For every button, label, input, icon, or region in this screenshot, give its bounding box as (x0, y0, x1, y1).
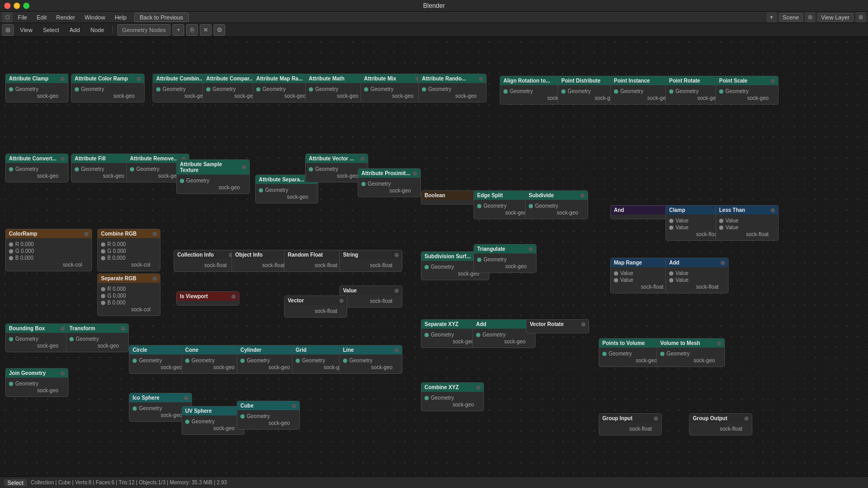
socket-out[interactable] (721, 285, 725, 289)
socket-out[interactable] (137, 94, 141, 98)
socket-out[interactable] (395, 299, 399, 303)
node-join_geometry[interactable]: Join GeometryGeometrysock-geo (5, 368, 68, 397)
node-vector_rotate[interactable]: Vector Rotate (526, 319, 589, 333)
node-cone_node[interactable]: ConeGeometrysock-geo (181, 345, 245, 374)
node-group_output[interactable]: Group Outputsock-float (689, 413, 752, 435)
node-header-combine_rgb[interactable]: Combine RGB (98, 229, 160, 238)
socket-in[interactable] (669, 226, 673, 230)
node-subdivide[interactable]: SubdivideGeometrysock-geo (525, 190, 588, 219)
node-combine_xyz[interactable]: Combine XYZGeometrysock-geo (421, 382, 484, 411)
node-header-line_node[interactable]: Line (340, 345, 402, 354)
view-menu[interactable]: View (16, 26, 37, 34)
node-header-separate_rgb[interactable]: Separate RGB (98, 274, 160, 283)
node-header-less_than[interactable]: Less Than (716, 206, 778, 215)
node-header-and_node[interactable]: And (611, 206, 673, 215)
node-collapse-string_node[interactable] (395, 253, 399, 257)
node-map_range[interactable]: Map RangeValueValuesock-float (610, 258, 673, 293)
engine-icon[interactable]: ▾ (766, 12, 777, 23)
socket-in[interactable] (75, 167, 79, 171)
socket-out[interactable] (84, 263, 88, 267)
socket-in[interactable] (256, 87, 260, 92)
socket-in[interactable] (660, 352, 664, 356)
socket-out[interactable] (744, 427, 749, 431)
node-attr_color_ramp[interactable]: Attribute Color RampGeometrysock-geo (71, 74, 145, 103)
socket-in[interactable] (669, 278, 673, 282)
scene-selector[interactable]: Scene (779, 13, 803, 22)
socket-out[interactable] (395, 365, 399, 370)
close-editor-icon[interactable]: ✕ (200, 24, 211, 36)
node-collapse-vector_rotate[interactable] (581, 322, 586, 327)
socket-in[interactable] (477, 204, 481, 208)
node-bounding_box[interactable]: Bounding BoxGeometrysock-geo (5, 323, 68, 352)
socket-in[interactable] (9, 249, 13, 253)
node-collapse-attr_random[interactable] (479, 77, 483, 81)
socket-in[interactable] (614, 271, 618, 276)
socket-in[interactable] (719, 219, 723, 223)
socket-in[interactable] (101, 256, 105, 260)
node-collapse-join_geometry[interactable] (60, 371, 65, 375)
node-collapse-volume_to_mesh[interactable] (717, 341, 721, 345)
node-header-uv_sphere[interactable]: UV Sphere (182, 406, 244, 415)
socket-out[interactable] (60, 344, 65, 348)
socket-in[interactable] (185, 420, 189, 424)
node-header-transform[interactable]: Transform (66, 324, 128, 333)
node-header-subdivide[interactable]: Subdivide (526, 191, 588, 200)
socket-out[interactable] (771, 232, 775, 237)
node-value_node[interactable]: Valuesock-float (339, 286, 402, 308)
node-header-add_node[interactable]: Add (666, 258, 728, 267)
node-add_node[interactable]: AddValueValuesock-float (665, 258, 729, 293)
node-collapse-attr_color_ramp[interactable] (137, 77, 141, 81)
node-header-combine_xyz[interactable]: Combine XYZ (421, 383, 483, 392)
socket-in[interactable] (240, 359, 245, 363)
node-header-triangulate[interactable]: Triangulate (474, 245, 536, 253)
node-collapse-less_than[interactable] (771, 208, 775, 212)
node-collapse-ico_sphere[interactable] (184, 396, 188, 400)
socket-in[interactable] (309, 87, 313, 92)
socket-in[interactable] (422, 87, 426, 92)
node-header-attr_clamp[interactable]: Attribute Clamp (6, 74, 68, 83)
node-collapse-combine_rgb[interactable] (153, 232, 157, 236)
menu-window[interactable]: Window (80, 13, 109, 22)
node-uv_sphere[interactable]: UV SphereGeometrysock-geo (181, 406, 245, 435)
node-collapse-combine_xyz[interactable] (476, 385, 480, 390)
node-header-attr_convert[interactable]: Attribute Convert... (6, 154, 68, 163)
node-attr_mix[interactable]: Attribute MixGeometrysock-geo (360, 74, 423, 103)
node-collapse-attr_clamp[interactable] (60, 77, 65, 81)
socket-out[interactable] (395, 263, 399, 268)
node-collapse-attr_convert[interactable] (60, 157, 65, 161)
socket-in[interactable] (133, 406, 137, 411)
node-header-attr_math[interactable]: Attribute Math (306, 74, 368, 83)
socket-out[interactable] (60, 94, 65, 98)
node-collapse-line_node[interactable] (395, 348, 399, 352)
node-color_ramp[interactable]: ColorRampR 0.000G 0.000B 0.000sock-col (5, 229, 92, 271)
socket-out[interactable] (310, 195, 315, 199)
socket-in[interactable] (296, 359, 300, 363)
node-header-ico_sphere[interactable]: Ico Sphere (129, 393, 191, 402)
socket-out[interactable] (479, 94, 483, 98)
socket-out[interactable] (717, 359, 721, 363)
node-menu[interactable]: Node (86, 26, 108, 34)
node-attr_clamp[interactable]: Attribute ClampGeometrysock-geo (5, 74, 68, 103)
node-attr_fill[interactable]: Attribute FillGeometrysock-geo (71, 154, 134, 182)
node-collapse-add_node[interactable] (721, 261, 725, 265)
back-to-previous-button[interactable]: Back to Previous (134, 13, 189, 22)
socket-in[interactable] (9, 382, 13, 386)
socket-out[interactable] (153, 308, 157, 312)
node-header-map_range[interactable]: Map Range (611, 258, 673, 267)
view-layer-options-icon[interactable]: ⊞ (855, 12, 866, 23)
node-is_viewport[interactable]: Is Viewport (176, 291, 239, 306)
blender-icon[interactable]: ⬡ (2, 12, 13, 23)
socket-in[interactable] (719, 226, 723, 230)
node-header-color_ramp[interactable]: ColorRamp (6, 229, 92, 238)
node-collapse-point_scale[interactable] (771, 79, 775, 83)
node-triangulate[interactable]: TriangulateGeometrysock-geo (473, 244, 537, 273)
node-separate_rgb[interactable]: Separate RGBR 0.000G 0.000B 0.000sock-co… (97, 273, 160, 316)
socket-in[interactable] (425, 333, 429, 337)
editor-type-selector[interactable]: Geometry Nodes (117, 24, 170, 36)
socket-in[interactable] (614, 278, 618, 282)
socket-in[interactable] (206, 87, 210, 92)
node-attr_convert[interactable]: Attribute Convert...Geometrysock-geo (5, 154, 68, 182)
node-header-volume_to_mesh[interactable]: Volume to Mesh (657, 339, 724, 348)
node-header-value_node[interactable]: Value (340, 286, 402, 295)
socket-in[interactable] (309, 167, 313, 171)
